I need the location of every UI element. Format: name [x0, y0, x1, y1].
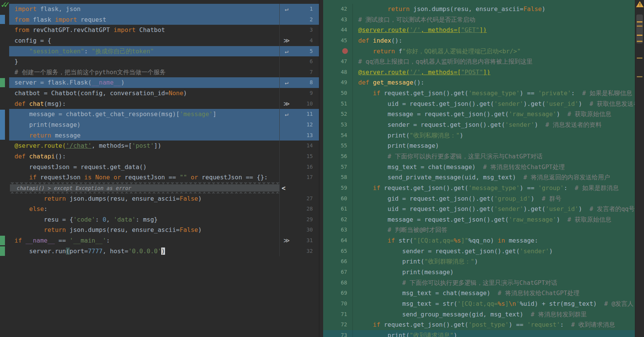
line-number[interactable]: 16 [293, 162, 319, 172]
code-line[interactable]: return f"你好，QQ机器人逻辑处理端已启动<br/>" [323, 46, 635, 57]
code-line[interactable]: return json.dumps(resu, ensure_ascii=Fal… [9, 225, 319, 235]
vcs-change-marker[interactable] [0, 246, 5, 256]
code-line[interactable]: 58 send_private_message(uid, msg_text) #… [323, 172, 635, 183]
line-number[interactable]: 14 [293, 141, 319, 151]
code-line[interactable]: # 创建一个服务，把当前这个python文件当做一个服务7 [9, 67, 319, 78]
code-line[interactable]: 42 return json.dumps(resu, ensure_ascii=… [323, 4, 635, 14]
apply-change-icon[interactable]: ↵ [280, 4, 293, 14]
inspection-warning-icon[interactable]: ! [636, 1, 644, 8]
line-number[interactable]: 31 [293, 235, 319, 246]
line-number[interactable]: 44 [323, 25, 353, 35]
line-number[interactable]: 69 [323, 288, 353, 299]
code-line[interactable]: return message13 [9, 130, 319, 141]
breakpoint-gutter[interactable] [323, 46, 353, 57]
line-number[interactable]: 6 [293, 56, 319, 67]
line-number[interactable]: 4 [293, 35, 319, 46]
code-line[interactable]: 64 if str("[CQ:at,qq=%s]"%qq_no) in mess… [323, 235, 635, 246]
code-line[interactable]: "session_token": "换成你自己的token"↵5 [9, 46, 319, 57]
line-number[interactable]: 17 [293, 172, 319, 183]
code-line[interactable]: message = chatbot.get_chat_response(msg)… [9, 109, 319, 120]
line-number[interactable]: 70 [323, 299, 353, 309]
right-editor[interactable]: 42 return json.dumps(resu, ensure_ascii=… [323, 0, 635, 337]
code-line[interactable]: 62 message = request.get_json().get('raw… [323, 214, 635, 225]
line-number[interactable]: 32 [293, 246, 319, 257]
line-number[interactable]: 52 [323, 109, 353, 120]
line-number[interactable]: 57 [323, 162, 353, 172]
line-number[interactable]: 53 [323, 120, 353, 130]
line-number[interactable]: 58 [323, 172, 353, 183]
vcs-change-marker[interactable] [0, 78, 5, 88]
collapsed-region-row[interactable]: chatapi() > except Exception as error< [9, 183, 319, 193]
line-number[interactable]: 15 [293, 151, 319, 162]
line-number[interactable]: 47 [323, 56, 353, 67]
line-number[interactable]: 56 [323, 151, 353, 162]
error-stripe-mark[interactable] [637, 21, 642, 22]
vcs-change-marker[interactable] [0, 110, 5, 140]
line-number[interactable]: 13 [293, 130, 319, 141]
code-line[interactable]: server = flask.Flask(__name__)↵8 [9, 77, 319, 88]
code-line[interactable]: 71 send_group_message(gid, msg_text) # 将… [323, 309, 635, 320]
code-line[interactable]: 53 sender = request.get_json().get('send… [323, 120, 635, 130]
line-number[interactable]: 60 [323, 193, 353, 204]
code-line[interactable]: return json.dumps(resu, ensure_ascii=Fal… [9, 193, 319, 204]
collapsed-region-band[interactable]: chatapi() > except Exception as error [10, 184, 279, 192]
code-line[interactable]: 45def index(): [323, 35, 635, 46]
line-number[interactable]: 10 [293, 99, 319, 109]
apply-change-icon[interactable]: ↵ [280, 109, 293, 120]
line-number[interactable]: 7 [293, 67, 319, 78]
line-number[interactable]: 50 [323, 88, 353, 99]
code-line[interactable]: requestJson = request.get_data()16 [9, 162, 319, 172]
code-line[interactable]: 72 if request.get_json().get('post_type'… [323, 319, 635, 330]
collapse-arrow-icon[interactable]: < [280, 184, 285, 192]
line-number[interactable]: 55 [323, 141, 353, 151]
line-number[interactable]: 62 [323, 214, 353, 225]
line-number[interactable]: 54 [323, 130, 353, 141]
code-line[interactable]: from revChatGPT.revChatGPT import Chatbo… [9, 25, 319, 35]
code-line[interactable]: chatbot = Chatbot(config, conversation_i… [9, 88, 319, 99]
code-line[interactable]: 52 message = request.get_json().get('raw… [323, 109, 635, 120]
line-number[interactable]: 72 [323, 319, 353, 330]
line-number[interactable]: 42 [323, 4, 353, 14]
line-number[interactable]: 67 [323, 267, 353, 278]
code-line[interactable]: 43# 测试接口，可以测试本代码是否正常启动 [323, 14, 635, 25]
line-number[interactable]: 66 [323, 256, 353, 267]
code-line[interactable]: 48@server.route('/', methods=["POST"]) [323, 67, 635, 78]
code-line[interactable]: 47# qq消息上报接口，qq机器人监听到的消息内容将被上报到这里 [323, 56, 635, 67]
line-number[interactable]: 64 [323, 235, 353, 246]
error-stripe-scrollbar[interactable]: ! [635, 0, 644, 337]
code-line[interactable]: 66 print("收到群聊消息：") [323, 256, 635, 267]
line-number[interactable]: 71 [323, 309, 353, 320]
code-line[interactable]: 56 # 下面你可以执行更多逻辑，这里只演示与ChatGPT对话 [323, 151, 635, 162]
code-line[interactable]: if __name__ == '__main__':≫31 [9, 235, 319, 246]
code-line[interactable]: 50 if request.get_json().get('message_ty… [323, 88, 635, 99]
code-line[interactable]: def chat(msg):≫10 [9, 99, 319, 109]
code-line[interactable]: def chatapi():15 [9, 151, 319, 162]
code-line[interactable]: else:28 [9, 204, 319, 214]
line-number[interactable]: 11 [293, 109, 319, 120]
code-line[interactable]: print(message)12 [9, 120, 319, 130]
code-line[interactable]: 57 msg_text = chat(message) # 将消息转发给Chat… [323, 162, 635, 172]
line-number[interactable]: 49 [323, 77, 353, 88]
line-number[interactable]: 61 [323, 204, 353, 214]
error-stripe-mark[interactable] [637, 76, 642, 77]
code-line[interactable]: import flask, json↵1 [9, 4, 319, 14]
line-number[interactable]: 73 [323, 330, 353, 337]
line-number[interactable]: 3 [293, 25, 319, 35]
code-line[interactable]: 59 if request.get_json().get('message_ty… [323, 183, 635, 193]
move-change-icon[interactable]: ≫ [280, 99, 293, 109]
line-number[interactable]: 27 [293, 193, 319, 204]
line-number[interactable]: 5 [293, 46, 319, 57]
scrollbar-thumb[interactable] [636, 14, 643, 43]
code-line[interactable]: 44@server.route('/', methods=["GET"]) [323, 25, 635, 35]
code-line[interactable]: 60 gid = request.get_json().get('group_i… [323, 193, 635, 204]
code-line[interactable]: 61 uid = request.get_json().get('sender'… [323, 204, 635, 214]
line-number[interactable]: 9 [293, 88, 319, 99]
error-stripe-mark[interactable] [637, 41, 642, 42]
error-stripe-mark[interactable] [637, 57, 642, 59]
code-line[interactable]: 68 # 下面你可以执行更多逻辑，这里只演示与ChatGPT对话 [323, 278, 635, 288]
code-line[interactable]: 49def get_message(): [323, 77, 635, 88]
move-change-icon[interactable]: ≫ [280, 35, 293, 46]
code-line[interactable]: 51 uid = request.get_json().get('sender'… [323, 99, 635, 109]
code-line[interactable]: from flask import request2 [9, 14, 319, 25]
line-number[interactable]: 63 [323, 225, 353, 235]
